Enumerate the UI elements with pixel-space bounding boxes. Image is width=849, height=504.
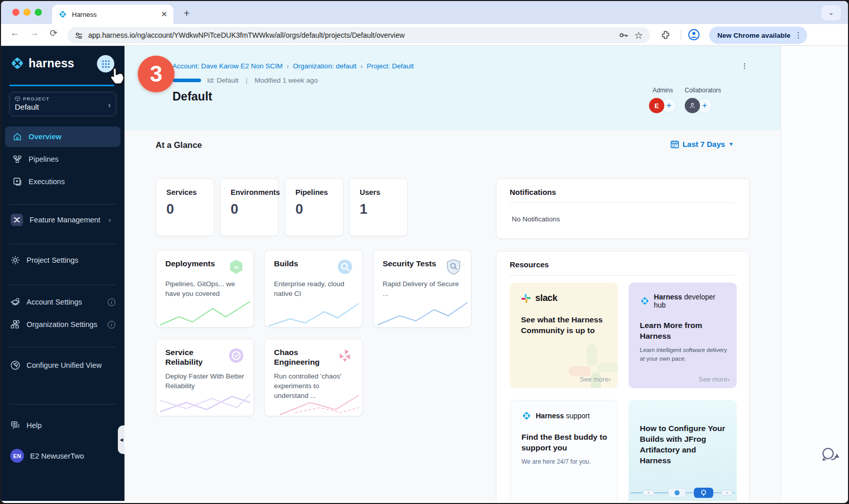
brand-name: harness [29,57,74,70]
module-card-builds[interactable]: Builds Enterprise ready, cloud native CI [264,250,363,327]
sidebar-item-feature-management[interactable]: Feature Management › [10,213,115,226]
resource-card-slack[interactable]: slack See what the Harness Community is … [510,283,618,388]
sidebar-item-configure-unified-view[interactable]: Configure Unified View [10,360,102,370]
admin-avatar[interactable]: E [649,98,664,113]
project-options-menu[interactable]: ⁝ [743,61,746,72]
chevron-right-icon: › [109,216,111,224]
resource-title: Find the Best buddy to support you [521,432,608,453]
deployments-icon: ∞ [228,259,244,275]
tab-close-icon[interactable]: ✕ [161,10,167,19]
breadcrumb-organization-link[interactable]: Organization: default [293,62,357,70]
forward-button[interactable]: → [27,28,42,38]
breadcrumb-project-link[interactable]: Project: Default [367,62,414,70]
sidebar-item-organization-settings[interactable]: Organization Settings i [10,319,115,330]
see-more-link[interactable]: See more› [580,375,611,383]
sidebar-item-project-settings[interactable]: Project Settings [10,255,79,265]
stat-value: 0 [231,201,278,217]
account-settings-icon [10,297,20,307]
sidebar-user[interactable]: EN E2 NewuserTwo [10,449,84,463]
passwords-key-icon[interactable] [618,30,629,41]
stat-card-pipelines[interactable]: Pipelines 0 [285,179,343,236]
window-zoom-button[interactable] [35,9,42,16]
chevron-down-icon: ▼ [729,141,734,147]
collaborator-avatar[interactable] [685,98,700,113]
address-bar[interactable]: app.harness.io/ng/account/YWdkwNPiTceDUK… [67,27,650,43]
sidebar-item-label: Configure Unified View [27,361,102,369]
notifications-panel: Notifications No Notifications [496,179,750,239]
sidebar-collapse-handle[interactable]: ◀ [118,425,125,454]
sidebar-item-label: Project Settings [27,256,79,264]
info-icon[interactable]: i [108,321,115,329]
site-settings-icon[interactable] [74,31,83,40]
sidebar: harness PROJECT Default › [1,46,124,501]
module-card-security-tests[interactable]: Security Tests Rapid Delivery of Secure … [373,250,471,327]
breadcrumb: Account: Dave Karow E2 Non SCIM › Organi… [172,62,414,70]
resources-title: Resources [496,251,749,275]
sidebar-item-overview[interactable]: Overview [5,127,120,147]
bookmark-star-icon[interactable]: ☆ [634,30,643,41]
extensions-icon[interactable] [660,30,671,40]
tab-search-button[interactable]: ⌄ [821,5,841,20]
collaborators-label: Collaborators [685,87,721,94]
resource-card-support[interactable]: Harness support Find the Best buddy to s… [510,400,618,501]
sidebar-divider [9,204,116,205]
stat-card-services[interactable]: Services 0 [156,179,214,236]
sidebar-item-label: Overview [29,133,62,141]
stat-card-environments[interactable]: Environments 0 [220,179,279,236]
module-card-service-reliability[interactable]: Service Reliability Deploy Faster With B… [156,339,254,416]
security-tests-icon [445,259,462,275]
sidebar-divider [9,244,116,244]
slack-logo-icon [521,293,531,304]
project-selector[interactable]: PROJECT Default › [9,92,116,116]
resource-card-developer-hub[interactable]: Harness developer hub Learn More from Ha… [629,283,737,388]
module-description: Enterprise ready, cloud native CI [274,280,353,299]
reload-button[interactable]: ⟳ [46,28,61,39]
sidebar-item-label: Help [27,421,42,430]
brand-underline [9,85,114,86]
resources-panel: Resources slack See what the Harness Com… [496,251,750,501]
resource-card-jfrog[interactable]: How to Configure Your Builds with JFrog … [629,400,737,501]
back-button[interactable]: ← [7,28,22,38]
date-range-filter[interactable]: Last 7 Days ▼ [670,140,734,148]
module-title: Service Reliability [165,347,221,367]
breadcrumb-account-link[interactable]: Account: Dave Karow E2 Non SCIM [172,62,283,70]
sidebar-item-account-settings[interactable]: Account Settings i [10,297,115,307]
calendar-icon [670,140,679,148]
new-tab-button[interactable]: + [180,6,194,20]
stat-card-users[interactable]: Users 1 [349,179,408,236]
sidebar-item-pipelines[interactable]: Pipelines [5,149,120,169]
service-reliability-icon [228,347,244,364]
resource-description: We are here 24/7 for you. [521,458,608,466]
window-minimize-button[interactable] [23,9,31,16]
sidebar-item-executions[interactable]: Executions [5,171,120,192]
resource-title: See what the Harness Community is up to [521,315,605,336]
profile-icon[interactable] [688,29,700,41]
chat-widget-icon[interactable] [819,445,841,465]
svg-text:?: ? [13,422,16,426]
meta-divider: | [246,77,248,84]
see-more-link[interactable]: See more› [698,375,730,383]
stat-label: Environments [231,188,278,196]
module-card-chaos-engineering[interactable]: Chaos Engineering Run controlled 'chaos'… [264,339,363,416]
sidebar-item-label: Pipelines [29,155,59,163]
url-text: app.harness.io/ng/account/YWdkwNPiTceDUK… [88,31,613,39]
chrome-update-button[interactable]: New Chrome available ⋮ [709,27,807,44]
chrome-menu-icon[interactable]: ⋮ [794,31,802,40]
module-title: Chaos Engineering [274,347,330,367]
project-modified: Modified 1 week ago [255,77,318,84]
sidebar-item-label: Feature Management [30,216,101,224]
harness-logo[interactable]: harness [10,56,74,70]
info-icon[interactable]: i [108,298,115,306]
module-card-deployments[interactable]: Deployments ∞ Pipelines, GitOps... we ha… [156,250,254,327]
browser-tab[interactable]: Harness ✕ [52,5,173,24]
date-range-value: Last 7 Days [683,140,725,148]
resource-title: Learn More from Harness [640,320,716,342]
window-close-button[interactable] [12,9,19,16]
chevron-right-icon: › [287,63,289,70]
sidebar-item-help[interactable]: ? Help [10,420,42,431]
organization-settings-icon [10,319,20,330]
toolbar-divider [681,29,681,40]
main-content: Account: Dave Karow E2 Non SCIM › Organi… [124,46,781,501]
stat-label: Services [166,188,214,196]
admins-label: Admins [649,87,677,94]
